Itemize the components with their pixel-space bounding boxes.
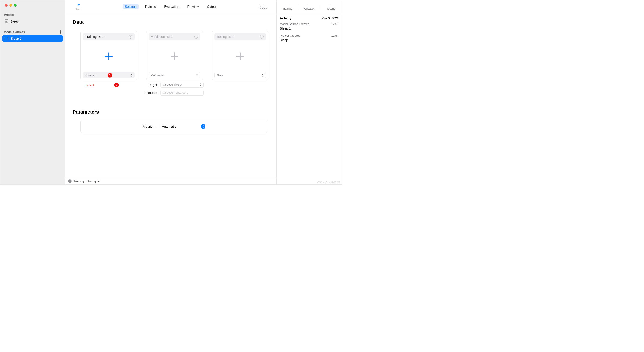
data-cards: Training Data Choose 1 Validation Data <box>80 30 269 80</box>
info-icon[interactable] <box>260 35 264 38</box>
metric-training[interactable]: -- Training <box>276 0 298 13</box>
sidebar-item-model-source[interactable]: Sleep 1 <box>2 35 63 42</box>
algorithm-select[interactable] <box>201 124 205 128</box>
metric-value: -- <box>286 3 289 6</box>
training-data-card: Training Data Choose 1 <box>80 30 137 80</box>
features-input[interactable]: Choose Features... <box>160 90 204 96</box>
content-area: Data Training Data Choose 1 <box>65 13 276 178</box>
activity-log: Activity Mar 9, 2022 Model Source Create… <box>276 13 342 45</box>
select-value: Automatic <box>151 74 164 77</box>
testing-data-card: Testing Data None <box>212 30 268 80</box>
tab-preview[interactable]: Preview <box>185 4 201 9</box>
sidebar-heading-model-sources: Model Sources <box>0 30 28 34</box>
annotation-badge-2: 2 <box>114 83 119 87</box>
testing-data-source-select[interactable]: None <box>214 72 266 78</box>
train-button-label: Train <box>76 8 82 10</box>
chevron-updown-icon <box>196 74 198 77</box>
metrics-header: -- Training -- Validation -- Testing <box>276 0 342 13</box>
select-value: None <box>217 74 224 77</box>
add-model-source-button[interactable] <box>58 30 62 34</box>
close-window-button[interactable] <box>5 4 8 6</box>
parameters-box: Algorithm Automatic <box>80 120 268 133</box>
activity-button-label: Activity <box>259 7 267 10</box>
activity-item-sub: Sleep 1 <box>280 27 339 30</box>
metric-testing[interactable]: -- Testing <box>320 0 342 13</box>
metric-value: -- <box>330 3 332 6</box>
activity-item-time: 12:57 <box>331 22 339 26</box>
features-label: Features <box>141 91 157 94</box>
info-icon[interactable] <box>194 35 198 38</box>
info-icon[interactable] <box>128 35 132 38</box>
algorithm-value: Automatic <box>162 125 198 128</box>
card-title: Training Data <box>85 35 104 38</box>
play-icon <box>77 3 80 6</box>
toggle-activity-panel-button[interactable] <box>260 4 265 7</box>
sidebar: Project Sleep Model Sources Sleep 1 <box>0 0 65 184</box>
zoom-window-button[interactable] <box>14 4 17 6</box>
watermark: CSDN @huyifei0205 <box>317 181 340 184</box>
target-label: Target <box>141 83 157 87</box>
activity-date: Mar 9, 2022 <box>322 16 339 20</box>
activity-item-time: 12:57 <box>331 34 339 38</box>
tab-output[interactable]: Output <box>204 4 219 9</box>
model-source-icon <box>5 37 8 40</box>
tab-training[interactable]: Training <box>142 4 158 9</box>
tab-settings[interactable]: Settings <box>123 4 139 9</box>
metric-value: -- <box>308 3 310 6</box>
status-bar: i Training data required <box>65 178 276 184</box>
activity-item-title: Project Created <box>280 34 300 38</box>
input-placeholder: Choose Features... <box>163 91 188 94</box>
select-placeholder: Choose Target <box>163 83 182 86</box>
training-data-source-select[interactable]: Choose 1 <box>83 72 134 78</box>
add-training-data-button[interactable] <box>105 52 113 60</box>
info-status-icon: i <box>68 180 72 183</box>
section-heading-parameters: Parameters <box>73 109 269 115</box>
main-tabs: Settings Training Evaluation Preview Out… <box>88 0 254 13</box>
target-features-form: Target Choose Target Features Choose Fea… <box>141 82 269 96</box>
right-panel: -- Training -- Validation -- Testing Act… <box>276 0 342 184</box>
validation-data-source-select[interactable]: Automatic <box>149 72 200 78</box>
toolbar: Train Settings Training Evaluation Previ… <box>65 0 276 13</box>
add-validation-data-button[interactable] <box>170 52 178 60</box>
add-testing-data-button[interactable] <box>236 52 244 60</box>
metric-label: Validation <box>303 7 315 10</box>
minimize-window-button[interactable] <box>9 4 12 6</box>
chevron-updown-icon <box>262 74 264 77</box>
metric-validation[interactable]: -- Validation <box>298 0 320 13</box>
ml-doc-icon <box>5 20 8 24</box>
chevron-updown-icon <box>199 83 202 86</box>
sidebar-item-label: Sleep 1 <box>11 37 22 40</box>
annotation-select-label: select <box>86 84 94 87</box>
metric-label: Training <box>282 7 292 10</box>
divider <box>159 124 159 129</box>
card-title: Testing Data <box>217 35 234 38</box>
target-select[interactable]: Choose Target <box>160 82 204 88</box>
window-controls <box>0 4 65 12</box>
tab-evaluation[interactable]: Evaluation <box>162 4 181 9</box>
sidebar-heading-project: Project <box>0 12 65 17</box>
sidebar-item-label: Sleep <box>10 20 19 23</box>
select-value: Choose <box>85 74 96 77</box>
annotation-badge-1: 1 <box>108 73 112 78</box>
activity-item-title: Model Source Created <box>280 22 310 26</box>
section-heading-data: Data <box>73 19 269 25</box>
algorithm-label: Algorithm <box>143 125 156 128</box>
chevron-updown-icon <box>130 74 133 77</box>
sidebar-item-project[interactable]: Sleep <box>2 18 63 25</box>
main-panel: Train Settings Training Evaluation Previ… <box>65 0 276 184</box>
card-title: Validation Data <box>151 35 172 38</box>
validation-data-card: Validation Data Automatic <box>146 30 203 80</box>
metric-label: Testing <box>326 7 335 10</box>
activity-heading: Activity <box>280 16 292 20</box>
activity-item-sub: Sleep <box>280 38 339 42</box>
status-text: Training data required <box>74 180 102 183</box>
train-button[interactable] <box>77 3 80 6</box>
